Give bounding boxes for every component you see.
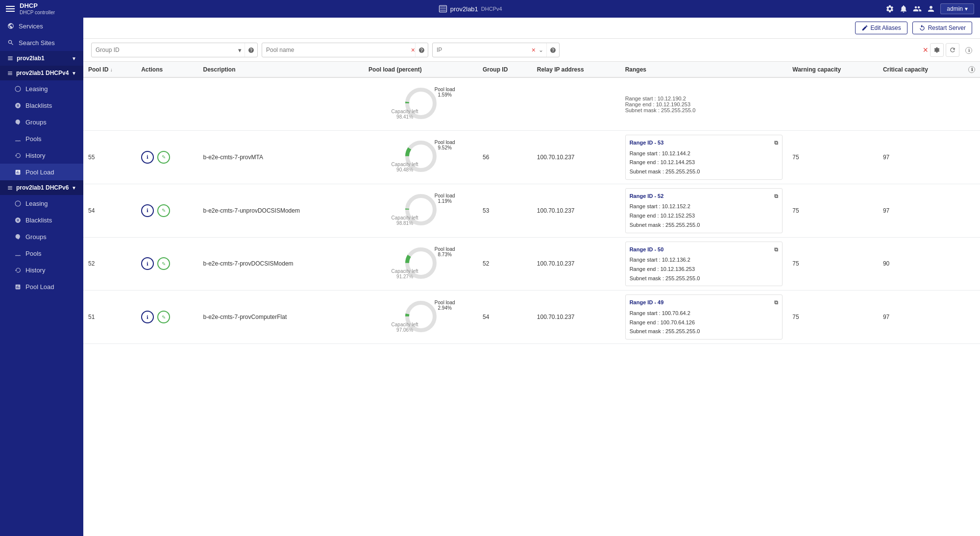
- critical-capacity-cell: 90: [878, 237, 963, 291]
- sidebar-item-v6-leasing[interactable]: Leasing: [0, 195, 83, 212]
- info-action-btn[interactable]: ℹ: [141, 257, 154, 270]
- range-link-icon[interactable]: ⧉: [774, 298, 778, 307]
- table-row: 54 ℹ ✎ b-e2e-cmts-7-unprovDOCSISModem Po…: [83, 184, 980, 237]
- pool-name-input[interactable]: [262, 43, 411, 57]
- col-info[interactable]: ℹ: [963, 62, 980, 77]
- group-id-input[interactable]: [92, 43, 235, 57]
- pool-load-cell: Pool load9.52% Capacity left90.48%: [364, 131, 478, 184]
- ip-expand-btn[interactable]: ⌄: [536, 43, 546, 57]
- pool-load-table: Pool ID ↓ Actions Description Pool load …: [83, 62, 980, 344]
- edit-action-btn[interactable]: ✎: [157, 204, 170, 217]
- info-action-btn[interactable]: ℹ: [141, 311, 154, 323]
- search-icon: [7, 39, 15, 47]
- group-id-filter[interactable]: ▾: [91, 43, 258, 57]
- sidebar-item-v4-blacklists[interactable]: Blacklists: [0, 97, 83, 114]
- device-selector[interactable]: prov2lab1 DHCPv4: [439, 4, 502, 13]
- sidebar-item-v4-groups[interactable]: Groups: [0, 114, 83, 130]
- users-icon[interactable]: [913, 4, 922, 13]
- group-id-dropdown-btn[interactable]: ▾: [235, 43, 245, 57]
- range-link-icon[interactable]: ⧉: [774, 245, 778, 254]
- sidebar-item-v6-pool-load[interactable]: Pool Load: [0, 278, 83, 295]
- col-critical: Critical capacity: [878, 62, 963, 77]
- v6-pools-icon: [14, 249, 22, 257]
- actions-cell: ℹ ✎: [136, 131, 198, 184]
- sidebar-item-v4-pools[interactable]: Pools: [0, 130, 83, 147]
- edit-action-btn[interactable]: ✎: [157, 311, 170, 323]
- pool-name-filter[interactable]: ×: [262, 43, 428, 57]
- table-row: Pool load1.59% Capacity left98.41% Range…: [83, 77, 980, 131]
- svg-point-1: [15, 86, 21, 92]
- ranges-cell: Range ID - 53 ⧉ Range start : 10.12.144.…: [620, 131, 788, 184]
- col-pool-id[interactable]: Pool ID ↓: [83, 62, 136, 77]
- sidebar-item-v6-history[interactable]: History: [0, 262, 83, 278]
- relay-ip-cell: 100.70.10.237: [532, 291, 620, 344]
- restart-server-button[interactable]: Restart Server: [912, 22, 972, 34]
- sidebar-item-v6-blacklists[interactable]: Blacklists: [0, 212, 83, 228]
- ranges-cell: Range start : 10.12.190.2 Range end : 10…: [620, 77, 788, 131]
- v6-blacklists-icon: [14, 216, 22, 224]
- sidebar-item-v4-pool-load[interactable]: Pool Load: [0, 164, 83, 180]
- pool-name-clear-btn[interactable]: ×: [411, 46, 415, 54]
- filter-settings-btn[interactable]: [930, 43, 944, 57]
- v6-leasing-icon: [14, 199, 22, 207]
- filters-bar: ▾ × × ⌄ ×: [83, 39, 980, 62]
- table-row: 55 ℹ ✎ b-e2e-cmts-7-provMTA Pool load9.5…: [83, 131, 980, 184]
- pools-icon: [14, 135, 22, 143]
- sidebar-item-v4-history[interactable]: History: [0, 147, 83, 164]
- table-row: 51 ℹ ✎ b-e2e-cmts-7-provComputerFlat Poo…: [83, 291, 980, 344]
- settings-icon[interactable]: [885, 4, 894, 13]
- ip-help-btn[interactable]: [546, 43, 559, 57]
- prov2lab1-dhcpv4-header[interactable]: prov2lab1 DHCPv4 ▼: [0, 66, 83, 80]
- sidebar-item-services[interactable]: Services: [0, 18, 83, 34]
- range-link-icon[interactable]: ⧉: [774, 138, 778, 147]
- info-action-btn[interactable]: ℹ: [141, 204, 154, 217]
- description-cell: b-e2e-cmts-7-provMTA: [198, 131, 364, 184]
- ranges-cell: Range ID - 50 ⧉ Range start : 10.12.136.…: [620, 237, 788, 291]
- filter-refresh-btn[interactable]: [946, 43, 959, 57]
- account-icon[interactable]: [927, 4, 935, 13]
- relay-ip-cell: [532, 77, 620, 131]
- col-actions: Actions: [136, 62, 198, 77]
- row-extra-cell: [963, 77, 980, 131]
- brand: DHCP DHCP controller: [20, 2, 55, 16]
- pool-id-cell: 54: [83, 184, 136, 237]
- ip-input[interactable]: [433, 43, 532, 57]
- pool-load-cell: Pool load1.19% Capacity left98.81%: [364, 184, 478, 237]
- toolbar: Edit Aliases Restart Server: [83, 18, 980, 39]
- range-link-icon[interactable]: ⧉: [774, 192, 778, 201]
- edit-action-btn[interactable]: ✎: [157, 151, 170, 164]
- v6-groups-icon: [14, 233, 22, 241]
- sidebar-item-search-sites[interactable]: Search Sites: [0, 34, 83, 51]
- pool-name-help-btn[interactable]: [415, 43, 428, 57]
- warning-capacity-cell: [787, 77, 878, 131]
- filter-actions: ×: [923, 43, 959, 57]
- hamburger-menu[interactable]: [6, 6, 15, 12]
- warning-capacity-cell: 75: [787, 131, 878, 184]
- group-id-help-btn[interactable]: [245, 43, 257, 57]
- edit-aliases-button[interactable]: Edit Aliases: [855, 22, 907, 34]
- row-extra-cell: [963, 184, 980, 237]
- info-action-btn[interactable]: ℹ: [141, 151, 154, 164]
- critical-capacity-cell: [878, 77, 963, 131]
- notifications-icon[interactable]: [899, 4, 908, 13]
- description-cell: [198, 77, 364, 131]
- col-group-id: Group ID: [478, 62, 532, 77]
- sidebar-item-v4-leasing[interactable]: Leasing: [0, 80, 83, 97]
- ip-clear-btn[interactable]: ×: [532, 46, 536, 54]
- column-info-btn[interactable]: ℹ: [965, 46, 972, 54]
- col-ranges: Ranges: [620, 62, 788, 77]
- ip-filter[interactable]: × ⌄: [432, 43, 560, 57]
- sidebar-item-v6-pools[interactable]: Pools: [0, 245, 83, 262]
- prov2lab1-dhcpv6-header[interactable]: prov2lab1 DHCPv6 ▼: [0, 180, 83, 195]
- group-id-cell: [478, 77, 532, 131]
- col-pool-load: Pool load (percent): [364, 62, 478, 77]
- prov2lab1-header[interactable]: prov2lab1 ▼: [0, 51, 83, 66]
- clear-all-btn[interactable]: ×: [923, 45, 928, 55]
- sidebar: Services Search Sites prov2lab1 ▼ prov2l…: [0, 18, 83, 536]
- actions-cell: ℹ ✎: [136, 291, 198, 344]
- groups-icon: [14, 118, 22, 126]
- group-id-cell: 52: [478, 237, 532, 291]
- admin-button[interactable]: admin ▾: [940, 3, 974, 14]
- edit-action-btn[interactable]: ✎: [157, 257, 170, 270]
- sidebar-item-v6-groups[interactable]: Groups: [0, 228, 83, 245]
